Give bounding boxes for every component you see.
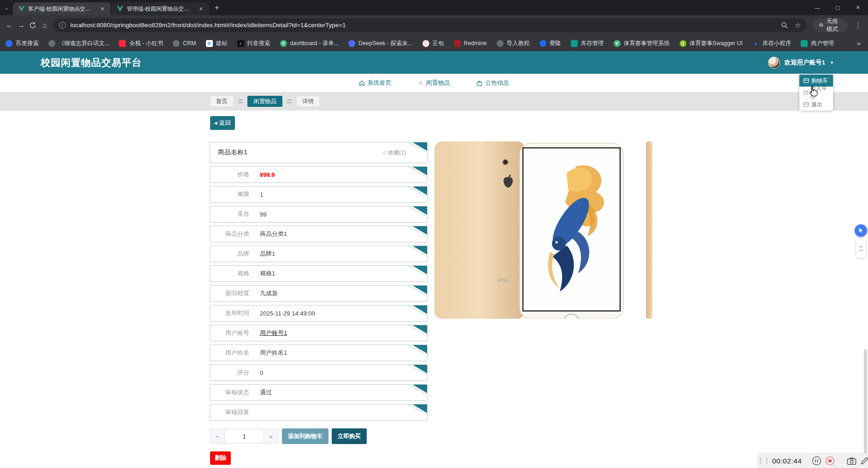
new-tab-button[interactable]: + — [209, 3, 225, 15]
add-to-cart-button[interactable]: 添加到购物车 — [282, 428, 328, 444]
forward-icon[interactable]: → — [17, 19, 25, 32]
bookmark-item[interactable]: DeepSeek - 探索未... — [348, 40, 412, 47]
bookmark-item[interactable]: 《聊斋志异白话文... — [48, 40, 109, 47]
browser-tab-admin[interactable]: 管理端-校园闲置物品交易平台 ✕ — [111, 2, 209, 15]
bookmark-item[interactable]: 导入教程 — [497, 40, 530, 47]
back-icon[interactable]: ← — [5, 19, 14, 32]
bookmark-label: 全栈 - 小红书 — [129, 40, 163, 47]
bookmark-item[interactable]: CRM — [173, 40, 196, 47]
bookmark-item[interactable]: Redmine — [454, 40, 487, 47]
buy-now-button[interactable]: 立即购买 — [332, 428, 367, 444]
page-scrollbar-thumb[interactable] — [864, 349, 867, 453]
tab-title: 客户端-校园闲置物品交易平台 — [28, 5, 95, 13]
bookmark-label: 库存小程序 — [762, 40, 792, 47]
breadcrumb-detail[interactable]: 详情 — [296, 96, 320, 107]
reload-icon[interactable] — [29, 19, 37, 32]
delete-button[interactable]: 删除 — [210, 451, 231, 465]
corner-ribbon-decoration — [408, 345, 428, 355]
globe-icon — [48, 40, 55, 47]
window-close-button[interactable]: ✕ — [848, 0, 868, 15]
window-minimize-button[interactable]: — — [807, 0, 827, 15]
star-icon: ☆ — [418, 80, 423, 86]
user-menu-trigger[interactable]: 欢迎用户账号1 ▼ — [768, 57, 834, 69]
tab-close-icon[interactable]: ✕ — [198, 6, 205, 12]
window-maximize-button[interactable]: ▢ — [827, 0, 848, 15]
quantity-plus-button[interactable]: + — [264, 429, 278, 444]
bookmark-label: 百度搜索 — [16, 40, 39, 47]
detail-field-row: 审核回复 — [210, 404, 428, 421]
floating-toolbar[interactable] — [856, 239, 866, 258]
bookmark-item[interactable]: G 建站 — [206, 40, 228, 47]
merchant-icon — [801, 40, 808, 47]
floating-assistant-button[interactable] — [855, 224, 867, 237]
nav-item-home[interactable]: 系统首页 — [359, 79, 392, 87]
google-g-icon: G — [206, 40, 213, 47]
breadcrumb-home[interactable]: 首页 — [210, 96, 234, 107]
ailong-icon — [540, 40, 546, 47]
field-value: 2025-11-29 14:49:00 — [260, 310, 315, 317]
bookmark-item[interactable]: 爱隆 — [540, 40, 561, 47]
douyin-icon: ♪ — [237, 40, 244, 47]
bookmark-item[interactable]: V 体育赛事管理系统 — [614, 40, 670, 47]
quantity-minus-button[interactable]: − — [210, 429, 225, 444]
nav-item-idle-items[interactable]: ☆ 闲置物品 — [418, 79, 450, 87]
bookmark-item[interactable]: 全栈 - 小红书 — [119, 40, 163, 47]
item-name-row: 商品名称1 ☆ 收藏(1) — [210, 142, 428, 163]
bookmark-item[interactable]: 库存管理 — [571, 40, 604, 47]
bookmark-label: CRM — [183, 40, 196, 47]
field-label: 价格 — [210, 170, 249, 179]
stop-recording-icon[interactable] — [825, 456, 835, 466]
annotate-pencil-icon[interactable] — [860, 456, 868, 465]
bookmark-item[interactable]: ▲ 库存小程序 — [752, 40, 792, 47]
tab-search-chevron-icon[interactable]: ⌄ — [0, 5, 13, 15]
bookmark-label: Redmine — [464, 40, 487, 47]
back-button[interactable]: ◀ 返回 — [210, 116, 235, 130]
drag-handle[interactable] — [760, 458, 761, 464]
breadcrumb-idle-items[interactable]: 闲置物品 — [247, 96, 282, 107]
corner-ribbon-decoration — [408, 305, 428, 315]
favorite-control[interactable]: ☆ 收藏(1) — [382, 149, 406, 157]
briefcase-icon — [476, 80, 482, 86]
bookmark-label: 库存管理 — [581, 40, 604, 47]
drag-handle[interactable] — [766, 458, 768, 464]
page-content: ◀ 返回 商品名称1 ☆ 收藏(1) 价格 ¥99.9 单限 — [0, 111, 868, 468]
detail-field-list: 价格 ¥99.9 单限 1 库存 99 商品分类 — [210, 166, 428, 421]
user-avatar[interactable] — [768, 57, 780, 69]
browser-menu-icon[interactable]: ⋮ — [852, 21, 864, 29]
quantity-input[interactable] — [225, 429, 264, 444]
bookmark-item[interactable]: {} 体育赛事Swagger UI — [680, 40, 743, 47]
detail-field-row: 评分 0 — [210, 364, 428, 381]
bookmark-item[interactable]: V dashboard - 录单... — [280, 40, 339, 47]
chevron-down-icon: ▼ — [830, 60, 834, 65]
browser-tab-client[interactable]: 客户端-校园闲置物品交易平台 ✕ — [13, 2, 111, 15]
field-label: 规格 — [210, 269, 249, 278]
corner-ribbon-decoration — [408, 384, 428, 394]
screenshot-camera-icon[interactable] — [847, 457, 856, 465]
detail-field-row: 用户姓名 用户姓名1 — [210, 345, 428, 361]
bookmark-item[interactable]: ♪ 抖音搜索 — [237, 40, 270, 47]
bookmark-item[interactable]: 豆包 — [422, 40, 444, 47]
pause-recording-icon[interactable] — [812, 456, 821, 466]
xiaohongshu-icon — [119, 40, 126, 47]
nav-item-notices[interactable]: 公告信息 — [476, 79, 509, 87]
detail-field-row: 商品分类 商品分类1 — [210, 226, 428, 242]
field-label: 审核回复 — [210, 408, 249, 416]
field-label: 品牌 — [210, 250, 249, 258]
bookmark-label: 《聊斋志异白话文... — [59, 40, 109, 47]
field-label: 发布时间 — [210, 309, 249, 317]
detail-field-row: 单限 1 — [210, 186, 428, 203]
address-bar[interactable]: i localhost:8080/springboot8eo828m2/fron… — [53, 18, 807, 32]
site-info-icon[interactable]: i — [59, 22, 66, 29]
menu-item-label: 退出 — [811, 101, 822, 109]
bookmark-item[interactable]: 百度搜索 — [6, 40, 39, 47]
bookmark-label: 导入教程 — [507, 40, 530, 47]
bookmarks-overflow-icon[interactable]: » — [854, 40, 863, 47]
home-icon[interactable]: ⌂ — [40, 19, 49, 32]
url-text[interactable]: localhost:8080/springboot8eo828m2/front/… — [70, 22, 777, 29]
bookmark-item[interactable]: 商户管理 — [801, 40, 834, 47]
star-icon: ☆ — [382, 149, 387, 156]
tab-close-icon[interactable]: ✕ — [99, 6, 106, 12]
corner-ribbon-decoration — [408, 364, 428, 374]
bookmark-star-icon[interactable]: ☆ — [795, 21, 801, 29]
zoom-icon[interactable] — [781, 22, 788, 29]
